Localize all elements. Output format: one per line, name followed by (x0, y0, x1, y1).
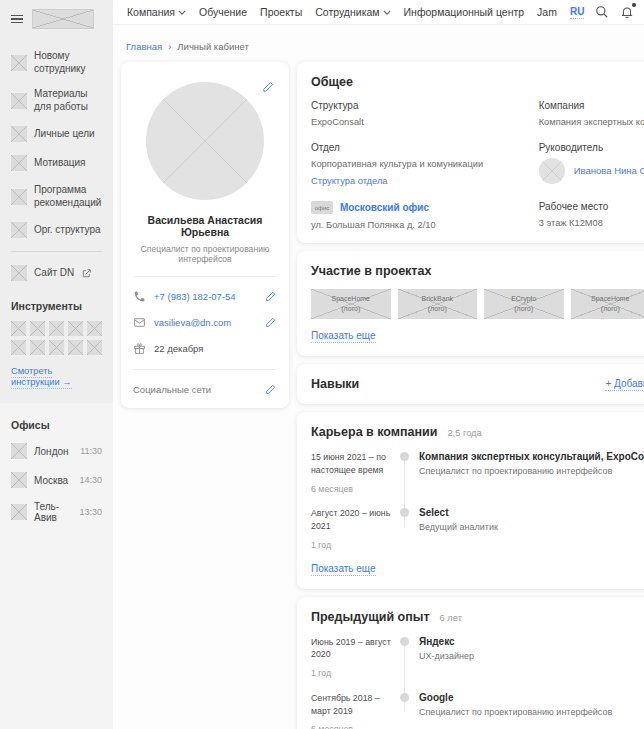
profile-phone-link[interactable]: +7 (983) 182-07-54 (154, 291, 236, 302)
sidebar-item-goals[interactable]: Личные цели (11, 126, 104, 142)
sidebar-upper: Новому сотруднику Материалы для работы Л… (0, 0, 113, 403)
project-tiles: SpaceHome (лого) BrickBank (лого) ECrypt… (311, 289, 644, 319)
email-row: vasilieva@dn.com (133, 316, 277, 329)
manager-name-link[interactable]: Иванова Нина Степановна (574, 165, 644, 176)
project-tile[interactable]: SpaceHome (лого) (571, 289, 644, 319)
department-value: Корпоративная культура и комуникации (311, 158, 525, 171)
structure-value: ExpoConsalt (311, 116, 525, 129)
sidebar-item-motivation[interactable]: Мотивация (11, 155, 104, 171)
office-link[interactable]: Московский офис (340, 202, 429, 213)
breadcrumb-separator: › (168, 41, 171, 52)
nav-label: Jam (537, 6, 557, 18)
career-show-more-link[interactable]: Показать еще (311, 563, 376, 576)
nav-projects[interactable]: Проекты (260, 6, 302, 18)
experience-card: Предыдущий опыт 6 лет Июнь 2019 – август… (297, 597, 644, 729)
experience-item: Июнь 2019 – август 2020 1 год Яндекс UX-… (311, 636, 644, 680)
chevron-down-icon (383, 10, 391, 15)
profile-card: Васильева Анастасия Юрьевна Специалист п… (121, 62, 289, 408)
details-column: Общее Структура ExpoConsalt Компания Ком… (297, 62, 644, 729)
department-structure-link[interactable]: Структура отдела (311, 176, 388, 186)
department-label: Отдел (311, 142, 525, 153)
career-company: Select (419, 507, 644, 518)
manager-label: Руководитель (539, 142, 644, 153)
office-time: 13:30 (79, 507, 102, 517)
structure-block: Структура ExpoConsalt (311, 100, 525, 129)
edit-avatar-pencil-icon[interactable] (261, 80, 275, 98)
project-name: ECrypto (511, 294, 536, 305)
project-tile[interactable]: BrickBank (лого) (398, 289, 478, 319)
office-time: 11:30 (80, 446, 102, 456)
nav-label: Компания (127, 6, 175, 18)
placeholder-icon (11, 265, 27, 281)
nav-jam[interactable]: Jam (537, 6, 557, 18)
tool-icon[interactable] (11, 321, 26, 336)
experience-period: Сентябрь 2018 – март 2019 (311, 692, 395, 718)
content: Главная › Личный кабинет Васильева Анас (113, 25, 644, 729)
experience-company: Яндекс (419, 636, 644, 647)
tools-instructions-link[interactable]: Смотреть инструкции → (11, 366, 72, 389)
office-block: офис Московский офис ул. Большая Полянка… (311, 201, 525, 230)
tool-icon[interactable] (68, 340, 83, 355)
edit-social-pencil-icon[interactable] (264, 383, 277, 396)
add-skills-link[interactable]: + Добавить навыки (605, 378, 644, 391)
nav-company[interactable]: Компания (127, 6, 186, 18)
breadcrumb-current: Личный кабинет (177, 41, 248, 52)
sidebar-item-newcomer[interactable]: Новому сотруднику (11, 50, 104, 75)
experience-company: Google (419, 692, 644, 703)
profile-email-link[interactable]: vasilieva@dn.com (154, 317, 231, 328)
sidebar-item-materials[interactable]: Материалы для работы (11, 88, 104, 113)
experience-duration: 6 месяцев (311, 723, 395, 729)
project-tile[interactable]: ECrypto (лого) (484, 289, 564, 319)
tool-icon[interactable] (30, 321, 45, 336)
profile-birthday: 22 декабря (154, 343, 203, 354)
nav-learning[interactable]: Обучение (199, 6, 247, 18)
tool-icon[interactable] (30, 340, 45, 355)
edit-phone-pencil-icon[interactable] (264, 290, 277, 303)
experience-period-block: Июнь 2019 – август 2020 1 год (311, 636, 395, 680)
experience-body: Google Специалист по проектированию инте… (419, 692, 644, 729)
placeholder-icon (11, 472, 27, 488)
office-name: Лондон (34, 446, 69, 457)
project-logo-label: (лого) (514, 304, 533, 315)
general-card: Общее Структура ExpoConsalt Компания Ком… (297, 62, 644, 243)
project-name: SpaceHome (331, 294, 370, 305)
nav-employees[interactable]: Сотрудникам (315, 6, 390, 18)
career-body: Select Ведущий аналитик (419, 507, 644, 551)
breadcrumb-home-link[interactable]: Главная (126, 41, 162, 52)
tool-icon[interactable] (11, 340, 26, 355)
project-tile[interactable]: SpaceHome (лого) (311, 289, 391, 319)
sidebar-item-site-dn[interactable]: Сайт DN (11, 265, 104, 281)
career-duration: 1 год (311, 539, 395, 552)
nav-info-center[interactable]: Информационный центр (404, 6, 525, 18)
sidebar-item-referral[interactable]: Программа рекомендаций (11, 184, 104, 209)
placeholder-icon (11, 93, 27, 109)
projects-card: Участие в проектах SpaceHome (лого) Bric… (297, 251, 644, 356)
sidebar-header (0, 0, 113, 38)
timeline-mid (395, 507, 419, 551)
edit-email-pencil-icon[interactable] (264, 316, 277, 329)
search-icon[interactable] (595, 5, 609, 19)
sidebar-item-label: Сайт DN (34, 267, 74, 280)
profile-avatar (146, 82, 264, 200)
logo-placeholder[interactable] (32, 9, 94, 29)
language-switcher[interactable]: RU (570, 6, 584, 19)
experience-period-block: Сентябрь 2018 – март 2019 6 месяцев (311, 692, 395, 729)
general-title: Общее (311, 75, 644, 89)
social-row: Социальные сети (133, 369, 277, 396)
sidebar-item-org-structure[interactable]: Орг. структура (11, 222, 104, 238)
experience-role: UX-дизайнер (419, 651, 644, 661)
tool-icon[interactable] (68, 321, 83, 336)
placeholder-icon (11, 222, 27, 238)
notifications-bell-icon[interactable] (620, 5, 634, 19)
placeholder-icon (11, 55, 27, 71)
nav-label: Сотрудникам (315, 6, 379, 18)
sidebar-item-label: Орг. структура (34, 224, 101, 237)
project-logo-label: (лого) (601, 304, 620, 315)
tool-icon[interactable] (87, 321, 102, 336)
hamburger-icon[interactable] (11, 13, 23, 26)
tool-icon[interactable] (49, 321, 64, 336)
tool-icon[interactable] (87, 340, 102, 355)
nav-label: Обучение (199, 6, 247, 18)
tool-icon[interactable] (49, 340, 64, 355)
projects-show-more-link[interactable]: Показать еще (311, 330, 376, 343)
